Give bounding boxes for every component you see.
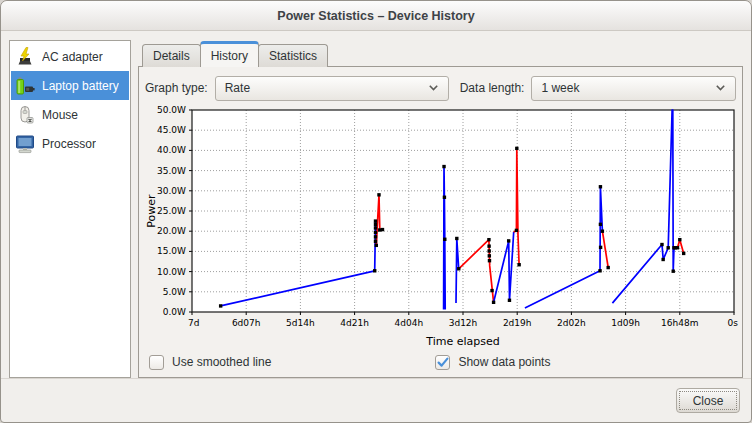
ac-adapter-icon [14, 46, 36, 68]
dialog-content: AC adapter Laptop battery [9, 40, 743, 378]
smoothed-line-checkbox[interactable]: Use smoothed line [149, 355, 271, 370]
show-data-points-checkbox[interactable]: Show data points [435, 355, 550, 370]
mouse-icon [14, 104, 36, 126]
device-item-processor[interactable]: Processor [11, 129, 129, 158]
history-chart: 0.0W5.0W10.0W15.0W20.0W25.0W30.0W35.0W40… [144, 103, 740, 349]
svg-text:Time elapsed: Time elapsed [425, 335, 499, 348]
device-item-mouse[interactable]: Mouse [11, 100, 129, 129]
checkbox-label: Use smoothed line [172, 355, 271, 369]
svg-text:2d19h: 2d19h [503, 318, 532, 328]
power-statistics-window: Power Statistics – Device History AC ada… [0, 0, 752, 423]
device-item-ac-adapter[interactable]: AC adapter [11, 42, 129, 71]
tab-label: Details [153, 49, 190, 63]
svg-text:16h48m: 16h48m [661, 318, 698, 328]
action-area: Close [1, 378, 751, 422]
svg-text:2d02h: 2d02h [557, 318, 586, 328]
svg-text:Power: Power [145, 194, 158, 228]
svg-text:20.0W: 20.0W [157, 226, 186, 236]
notebook: Details History Statistics Graph type: R… [138, 40, 743, 378]
svg-text:0.0W: 0.0W [163, 307, 186, 317]
data-length-select[interactable]: 1 week [531, 76, 736, 101]
tab-label: Statistics [269, 49, 317, 63]
svg-text:5.0W: 5.0W [163, 287, 186, 297]
checkbox-box [435, 355, 450, 370]
titlebar[interactable]: Power Statistics – Device History [1, 1, 751, 31]
tab-history[interactable]: History [200, 41, 259, 67]
device-item-label: Mouse [42, 108, 78, 122]
check-icon [437, 357, 449, 368]
svg-text:15.0W: 15.0W [157, 246, 186, 256]
data-length-value: 1 week [541, 81, 715, 95]
checkbox-label: Show data points [458, 355, 550, 369]
tab-label: History [211, 49, 248, 63]
chart-options: Use smoothed line Show data points [149, 351, 739, 373]
svg-text:30.0W: 30.0W [157, 186, 186, 196]
device-item-label: AC adapter [42, 50, 103, 64]
processor-icon [14, 133, 36, 155]
device-item-label: Laptop battery [42, 79, 119, 93]
tab-bar: Details History Statistics [138, 40, 743, 67]
svg-text:0s: 0s [728, 318, 739, 328]
graph-type-value: Rate [225, 81, 428, 95]
device-item-label: Processor [42, 137, 96, 151]
chevron-down-icon [428, 84, 439, 92]
svg-text:3d12h: 3d12h [449, 318, 478, 328]
history-page: Graph type: Rate Data length: 1 week [138, 66, 743, 378]
svg-text:10.0W: 10.0W [157, 267, 186, 277]
svg-text:4d04h: 4d04h [394, 318, 423, 328]
laptop-battery-icon [14, 75, 36, 97]
svg-text:1d09h: 1d09h [611, 318, 640, 328]
svg-text:45.0W: 45.0W [157, 125, 186, 135]
graph-type-label: Graph type: [145, 81, 208, 95]
data-length-label: Data length: [460, 81, 525, 95]
svg-text:40.0W: 40.0W [157, 145, 186, 155]
graph-type-select[interactable]: Rate [215, 76, 449, 101]
graph-controls: Graph type: Rate Data length: 1 week [145, 75, 736, 101]
close-button[interactable]: Close [676, 388, 740, 413]
svg-text:7d: 7d [188, 318, 199, 328]
svg-text:4d21h: 4d21h [340, 318, 369, 328]
svg-text:25.0W: 25.0W [157, 206, 186, 216]
chevron-down-icon [715, 84, 726, 92]
checkbox-box [149, 355, 164, 370]
tab-details[interactable]: Details [142, 44, 201, 67]
tab-statistics[interactable]: Statistics [258, 44, 328, 67]
device-item-laptop-battery[interactable]: Laptop battery [11, 71, 129, 100]
device-list: AC adapter Laptop battery [9, 40, 131, 378]
svg-text:6d07h: 6d07h [232, 318, 261, 328]
svg-text:5d14h: 5d14h [286, 318, 315, 328]
svg-text:50.0W: 50.0W [157, 105, 186, 115]
window-title: Power Statistics – Device History [277, 9, 474, 23]
svg-text:35.0W: 35.0W [157, 166, 186, 176]
